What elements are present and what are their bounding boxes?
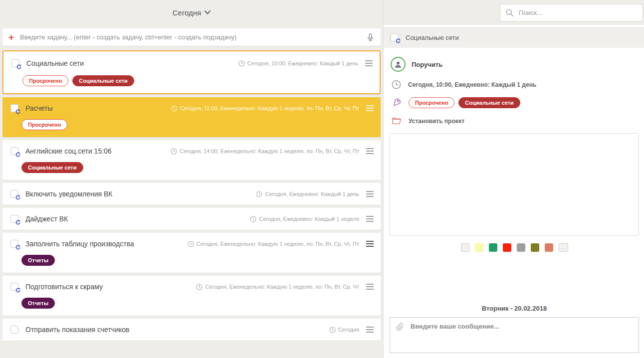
task-panel: Сегодня + Социальные сетиСегодня, 10:00,…	[0, 0, 383, 358]
task-checkbox[interactable]	[11, 59, 19, 67]
task-notes-area[interactable]	[390, 133, 639, 236]
task-checkbox[interactable]	[10, 104, 18, 112]
detail-badges: ПросроченоСоциальные сети	[409, 97, 520, 108]
drag-handle-icon[interactable]	[365, 59, 373, 68]
task-checkbox[interactable]	[10, 283, 18, 291]
search-input[interactable]	[519, 9, 638, 16]
color-swatch[interactable]	[461, 243, 469, 252]
detail-schedule-row[interactable]: Сегодня, 10:00, Ежедневно: Каждый 1 день	[392, 80, 639, 89]
task-checkbox[interactable]	[10, 190, 18, 198]
message-composer[interactable]	[390, 317, 639, 353]
drag-handle-icon[interactable]	[366, 282, 374, 291]
drag-handle-icon[interactable]	[366, 104, 374, 113]
task-title: Социальные сети	[26, 59, 84, 67]
task-schedule: Сегодня, Ежедневно: Каждый 1 день	[256, 191, 359, 197]
task-checkbox[interactable]	[10, 215, 18, 223]
drag-handle-icon[interactable]	[366, 239, 374, 248]
task-badge[interactable]: Просрочено	[22, 75, 68, 86]
task-row[interactable]: РасчетыСегодня, 11:00, Еженедельно: Кажд…	[2, 97, 381, 137]
search-box[interactable]	[500, 4, 643, 21]
view-selector[interactable]: Сегодня	[173, 8, 211, 17]
color-swatch[interactable]	[531, 243, 539, 252]
task-row-main: Включить уведомления ВКСегодня, Ежедневн…	[10, 183, 374, 205]
microphone-icon[interactable]	[366, 32, 375, 42]
task-row-main: Подготовиться к скрамуСегодня, Еженедель…	[10, 276, 374, 298]
task-badge[interactable]: Социальные сети	[21, 162, 83, 173]
clock-icon	[256, 191, 262, 197]
task-row[interactable]: Английские соц.сети 15:06Сегодня, 14:00,…	[2, 140, 381, 180]
task-badges: Социальные сети	[10, 162, 374, 180]
task-row-right: Сегодня, 14:00, Еженедельно: Каждую 1 не…	[171, 147, 374, 156]
task-title: Заполнить таблицу производства	[25, 240, 134, 248]
color-swatch[interactable]	[517, 243, 525, 252]
clock-icon	[171, 105, 178, 112]
task-schedule-text: Сегодня, Ежедневно: Каждый 1 неделя	[259, 216, 359, 222]
assign-label: Поручить	[412, 61, 442, 68]
task-row-main: РасчетыСегодня, 11:00, Еженедельно: Кажд…	[10, 97, 374, 119]
search-bar-strip	[384, 0, 644, 25]
task-badge[interactable]: Отчеты	[21, 255, 55, 266]
person-icon	[394, 60, 403, 69]
add-task-icon[interactable]: +	[8, 32, 14, 42]
task-schedule-text: Сегодня, Ежедневно: Каждый 1 день	[265, 191, 359, 197]
drag-handle-icon[interactable]	[366, 325, 374, 334]
color-swatch[interactable]	[489, 243, 497, 252]
color-swatch[interactable]	[545, 243, 553, 252]
search-icon	[505, 8, 514, 17]
task-row[interactable]: Дайджест ВКСегодня, Ежедневно: Каждый 1 …	[2, 208, 381, 230]
task-schedule-text: Сегодня, Еженедельно: Каждую 1 неделю, п…	[197, 241, 359, 247]
detail-task-checkbox[interactable]	[391, 33, 399, 41]
detail-badge[interactable]: Социальные сети	[458, 97, 520, 108]
recurrence-icon	[16, 64, 21, 69]
clock-icon	[238, 60, 245, 67]
task-checkbox[interactable]	[10, 326, 18, 334]
task-badge[interactable]: Отчеты	[21, 298, 55, 309]
task-row-right: Сегодня	[329, 325, 374, 334]
task-schedule: Сегодня, 10:00, Ежедневно: Каждый 1 день	[238, 60, 358, 67]
recurrence-icon	[15, 220, 20, 225]
task-checkbox[interactable]	[10, 147, 18, 155]
task-row-right: Сегодня, 11:00, Еженедельно: Каждую 1 не…	[171, 104, 374, 113]
task-list: Социальные сетиСегодня, 10:00, Ежедневно…	[0, 50, 383, 341]
task-row-right: Сегодня, Ежедневно: Каждый 1 день	[256, 189, 374, 198]
folder-icon	[392, 116, 402, 126]
task-row[interactable]: Подготовиться к скрамуСегодня, Еженедель…	[2, 276, 381, 316]
detail-labels-row[interactable]: ПросроченоСоциальные сети	[392, 97, 639, 108]
new-task-input[interactable]	[20, 33, 366, 41]
assign-button[interactable]: Поручить	[391, 57, 639, 72]
clock-icon	[171, 148, 177, 155]
detail-badge[interactable]: Просрочено	[409, 97, 454, 108]
task-schedule: Сегодня, Еженедельно: Каждую 1 неделю, п…	[188, 241, 359, 247]
task-badge[interactable]: Просрочено	[21, 119, 67, 130]
chevron-down-icon	[205, 10, 211, 14]
task-schedule: Сегодня	[329, 327, 359, 333]
color-swatches: ...	[390, 243, 639, 252]
clock-icon	[392, 80, 401, 89]
task-checkbox[interactable]	[10, 240, 18, 248]
task-row[interactable]: Заполнить таблицу производстваСегодня, Е…	[2, 233, 381, 273]
drag-handle-icon[interactable]	[366, 189, 374, 198]
task-badge[interactable]: Социальные сети	[72, 75, 134, 86]
detail-schedule-text: Сегодня, 10:00, Ежедневно: Каждый 1 день	[408, 81, 536, 88]
message-input[interactable]	[411, 323, 634, 330]
drag-handle-icon[interactable]	[366, 147, 374, 156]
color-swatch[interactable]	[475, 243, 483, 252]
task-schedule: Сегодня, Еженедельно: Каждую 1 неделю, п…	[196, 284, 359, 290]
recurrence-icon	[15, 152, 20, 157]
task-title: Расчеты	[25, 104, 53, 112]
task-row[interactable]: Включить уведомления ВКСегодня, Ежедневн…	[2, 183, 381, 205]
more-colors-button[interactable]: ...	[559, 243, 568, 252]
task-badges: ПросроченоСоциальные сети	[11, 75, 373, 93]
task-schedule: Сегодня, Ежедневно: Каждый 1 неделя	[250, 216, 359, 222]
task-row-main: Социальные сетиСегодня, 10:00, Ежедневно…	[11, 51, 373, 75]
detail-task-header: Социальные сети	[384, 27, 644, 48]
task-row-main: Отправить показания счетчиковСегодня	[10, 319, 374, 341]
task-badges: Отчеты	[10, 255, 374, 273]
task-row[interactable]: Отправить показания счетчиковСегодня	[2, 319, 381, 341]
drag-handle-icon[interactable]	[366, 214, 374, 223]
detail-body: Поручить Сегодня, 10:00, Ежедневно: Кажд…	[384, 48, 644, 353]
task-row[interactable]: Социальные сетиСегодня, 10:00, Ежедневно…	[2, 50, 381, 94]
color-swatch[interactable]	[503, 243, 511, 252]
paperclip-icon[interactable]	[395, 323, 404, 331]
set-project-row[interactable]: Установить проект	[392, 116, 639, 126]
